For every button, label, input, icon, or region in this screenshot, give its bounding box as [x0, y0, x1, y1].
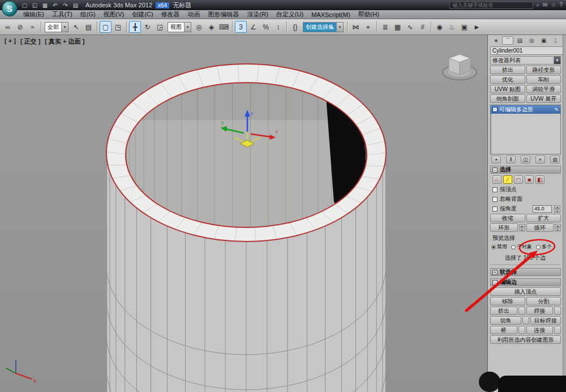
bridge-button[interactable]: 桥	[490, 326, 517, 334]
stack-item-editable-poly[interactable]: 可编辑多边形✎	[491, 105, 560, 114]
menu-item[interactable]: 帮助(H)	[354, 10, 383, 19]
viewport-label[interactable]: [ + ] [ 正交 ] [ 真实 + 边面 ]	[5, 37, 84, 46]
shrink-button[interactable]: 收缩	[490, 214, 525, 222]
polygon-mode-icon[interactable]: ■	[525, 175, 534, 184]
mirror-icon[interactable]: ⋈	[350, 21, 362, 33]
material-editor-icon[interactable]: ◉	[434, 21, 445, 33]
visibility-icon[interactable]: ✎	[554, 107, 559, 113]
vertex-mode-icon[interactable]: ∴	[492, 175, 501, 184]
percent-snap-toggle-icon[interactable]: %	[260, 21, 272, 33]
select-and-move-icon[interactable]: ╋	[129, 21, 141, 33]
render-setup-icon[interactable]: ♨	[446, 21, 458, 33]
create-shape-from-selection-button[interactable]: 利用所选内容创建图形	[490, 335, 561, 344]
spinner-up-icon[interactable]: ▴	[519, 224, 525, 227]
schematic-view-icon[interactable]: #	[417, 21, 428, 33]
modifier-set-button[interactable]: 挤出	[490, 66, 525, 74]
select-and-rotate-icon[interactable]: ↻	[142, 21, 153, 33]
rollout-soft-selection[interactable]: + 软选择	[490, 268, 561, 276]
angle-snap-toggle-icon[interactable]: ∠	[247, 21, 259, 33]
angle-value-field[interactable]	[533, 205, 552, 213]
element-mode-icon[interactable]: ◧	[535, 175, 544, 184]
select-by-name-icon[interactable]: ▤	[83, 21, 95, 33]
modify-tab[interactable]: ⌒	[502, 36, 513, 45]
connect-settings-icon[interactable]	[554, 326, 561, 334]
search-icon[interactable]: ⌕	[536, 2, 539, 8]
select-and-link-icon[interactable]: ∞	[2, 21, 14, 33]
spinner-snap-toggle-icon[interactable]: ↕	[272, 21, 284, 33]
menu-item[interactable]: 动画	[184, 10, 204, 19]
graphite-modeling-tools-icon[interactable]: ▦	[392, 21, 404, 33]
by-angle-checkbox[interactable]: 按角度 ▴ ▾	[492, 205, 560, 213]
remove-button[interactable]: 移除	[490, 297, 525, 305]
modifier-set-button[interactable]: 路径变形	[526, 66, 561, 74]
menu-item[interactable]: 视图(V)	[100, 10, 128, 19]
cylinder-top-ring[interactable]	[106, 64, 386, 242]
checkbox-icon[interactable]	[492, 206, 498, 212]
checkbox-icon[interactable]	[492, 197, 498, 202]
use-pivot-point-center-icon[interactable]: ◎	[193, 21, 205, 33]
create-tab[interactable]: ∗	[490, 36, 501, 45]
edit-named-selection-sets-icon[interactable]: {}	[289, 21, 301, 33]
modifier-set-button[interactable]: UVW 贴图	[490, 85, 525, 93]
extrude-button[interactable]: 挤出	[490, 307, 517, 315]
pin-stack-icon[interactable]: ▪	[491, 156, 501, 163]
layer-manager-icon[interactable]: ≣	[379, 21, 391, 33]
display-tab[interactable]: ▣	[538, 36, 550, 45]
unlink-selection-icon[interactable]: ⊘	[14, 21, 26, 33]
menu-item[interactable]: 渲染(R)	[243, 10, 272, 19]
menu-item[interactable]: 修改器	[157, 10, 184, 19]
ring-spinner[interactable]: ▴ ▾	[519, 224, 525, 231]
dropdown-arrow-icon[interactable]: ▼	[554, 57, 560, 64]
viewport-canvas[interactable]: z x y x	[0, 35, 488, 392]
spinner-down-icon[interactable]: ▾	[519, 228, 525, 231]
max-logo-icon[interactable]: S	[2, 1, 18, 16]
object-name-field[interactable]	[490, 46, 566, 55]
remove-modifier-icon[interactable]: ×	[535, 156, 545, 163]
viewcube[interactable]	[441, 49, 478, 86]
rectangular-selection-region-icon[interactable]: ▢	[100, 21, 112, 33]
collapse-icon[interactable]: -	[492, 167, 498, 173]
grow-button[interactable]: 扩大	[526, 214, 561, 222]
by-vertex-checkbox[interactable]: 按顶点	[492, 186, 560, 193]
show-end-result-icon[interactable]: ‖	[506, 156, 516, 163]
split-button[interactable]: 分割	[526, 297, 561, 305]
edge-mode-icon[interactable]: ∕	[503, 175, 512, 184]
viewport-general-menu[interactable]: [ + ]	[5, 37, 16, 46]
ring-button[interactable]: 环形	[490, 223, 518, 232]
help-icon[interactable]: ?	[559, 2, 563, 8]
modifier-set-button[interactable]: 车削	[526, 75, 561, 84]
rollout-selection[interactable]: - 选择	[490, 166, 561, 174]
menu-item[interactable]: 图形编辑器	[204, 10, 243, 19]
loop-button[interactable]: 循环	[526, 223, 554, 232]
modifier-list-dropdown[interactable]: 修改器列表 ▼	[490, 56, 561, 64]
viewport-pov-menu[interactable]: [ 正交 ]	[20, 37, 40, 46]
render-production-icon[interactable]: ►	[471, 21, 483, 33]
rendered-frame-window-icon[interactable]: ▣	[458, 21, 470, 33]
connect-button[interactable]: 连接	[526, 326, 554, 334]
extrude-settings-icon[interactable]	[518, 307, 525, 315]
configure-modifier-sets-icon[interactable]: ▥	[550, 156, 560, 163]
viewport-shading-menu[interactable]: [ 真实 + 边面 ]	[45, 37, 84, 46]
target-weld-button[interactable]: 目标焊接	[530, 316, 561, 325]
radio-multiple[interactable]	[536, 245, 541, 249]
make-unique-icon[interactable]: ◫	[521, 156, 530, 163]
rollout-edit-edges[interactable]: - 编辑边	[490, 278, 561, 286]
modifier-set-button[interactable]: 涡轮平滑	[526, 85, 561, 93]
chamfer-button[interactable]: 切角	[490, 316, 521, 325]
menu-item[interactable]: 工具(T)	[48, 10, 76, 19]
insert-vertex-button[interactable]: 插入顶点	[490, 287, 561, 296]
snaps-toggle-icon[interactable]: 3	[235, 21, 247, 33]
selection-filter-dropdown[interactable]: 全部▾	[45, 22, 68, 32]
redo-icon[interactable]: ↷	[61, 1, 70, 9]
border-mode-icon[interactable]: ◠	[514, 175, 523, 184]
bridge-settings-icon[interactable]	[518, 326, 525, 334]
keyboard-shortcut-override-icon[interactable]: ⌨	[218, 21, 230, 33]
chamfer-settings-icon[interactable]	[522, 316, 529, 325]
reference-coordinate-system-dropdown[interactable]: 视图▾	[168, 22, 191, 32]
new-scene-icon[interactable]: ▢	[20, 1, 29, 9]
select-and-scale-icon[interactable]: ◲	[154, 21, 166, 33]
angle-spinner[interactable]: ▴ ▾	[554, 205, 560, 213]
weld-settings-icon[interactable]	[554, 307, 561, 315]
favorites-icon[interactable]: ☆	[551, 2, 556, 8]
ignore-backfacing-checkbox[interactable]: 忽略背面	[492, 195, 560, 203]
